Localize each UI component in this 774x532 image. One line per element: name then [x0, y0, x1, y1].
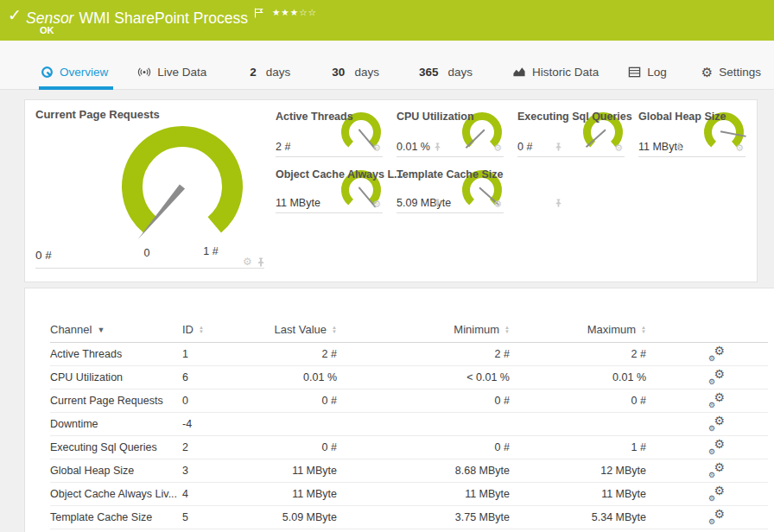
table-row: Current Page Requests 0 0 # 0 # 0 # ⚙⚙	[50, 390, 768, 413]
sort-icon: ▲▼	[504, 326, 510, 333]
gear-small-icon: ⚙	[708, 472, 715, 479]
cell-maximum: 1 #	[631, 441, 646, 453]
tab-label: Historic Data	[532, 66, 599, 79]
tab-30-days[interactable]: 30 days	[332, 54, 379, 89]
tab-historic-data[interactable]: Historic Data	[512, 54, 599, 89]
tab-label: days	[266, 66, 291, 79]
mini-gauge-value: 2 #	[276, 141, 290, 153]
gauge-settings-gear-icon[interactable]: ⚙	[493, 200, 502, 209]
cell-last-value: 0 #	[322, 395, 337, 407]
live-data-icon	[137, 66, 151, 79]
gear-big-icon: ⚙	[714, 368, 725, 380]
gauge-settings-gear-icon[interactable]: ⚙	[372, 200, 381, 209]
channel-settings-icon[interactable]: ⚙⚙	[708, 440, 725, 455]
cell-channel: Executing Sql Queries	[50, 441, 182, 453]
sensor-header: ✓ SensorWMI SharePoint Process★★★☆☆ OK	[0, 0, 774, 41]
prtg-sensor-page: ✓ SensorWMI SharePoint Process★★★☆☆ OK O…	[0, 0, 774, 532]
cell-channel: Current Page Requests	[50, 395, 182, 407]
gauge-pin-icon[interactable]	[676, 142, 683, 151]
tab-log[interactable]: Log	[628, 54, 667, 89]
cell-id: 6	[182, 371, 234, 383]
cell-maximum: 0.01 %	[612, 371, 646, 383]
gear-big-icon: ⚙	[714, 391, 725, 403]
mini-gauge-title: CPU Utilization	[397, 111, 474, 123]
gear-small-icon: ⚙	[708, 518, 715, 526]
flag-icon[interactable]	[254, 4, 263, 22]
gear-small-icon: ⚙	[708, 425, 715, 433]
column-header-last-value[interactable]: Last Value▲▼	[275, 323, 337, 336]
tab-settings[interactable]: ⚙ Settings	[701, 54, 761, 89]
tab-365-days[interactable]: 365 days	[419, 54, 473, 89]
cell-id: 3	[182, 465, 234, 477]
gear-small-icon: ⚙	[708, 448, 715, 456]
gauge-pin-icon[interactable]	[257, 257, 265, 267]
gauge-pin-icon[interactable]	[434, 199, 441, 207]
column-label: Last Value	[275, 323, 327, 336]
gauge-settings-gear-icon[interactable]: ⚙	[493, 143, 502, 153]
column-label: Maximum	[587, 323, 636, 336]
tab-label: days	[354, 66, 379, 79]
tab-2-days[interactable]: 2 days	[250, 54, 290, 89]
mini-gauge-cell: Template Cache Size 5.09 MByte ⚙	[397, 167, 504, 213]
mini-gauge-title: Active Threads	[276, 111, 353, 123]
mini-gauge-value: 5.09 MByte	[397, 197, 451, 209]
tab-number: 30	[332, 66, 345, 79]
cell-last-value: 11 MByte	[292, 488, 337, 500]
channel-settings-icon[interactable]: ⚙⚙	[708, 510, 725, 525]
column-header-maximum[interactable]: Maximum▲▼	[587, 323, 646, 336]
mini-gauge-value: 0.01 %	[397, 141, 430, 153]
gauge-pin-icon[interactable]	[555, 199, 562, 207]
gauge-pin-icon[interactable]	[434, 142, 441, 151]
gauge-pin-icon[interactable]	[555, 142, 562, 151]
channel-settings-icon[interactable]: ⚙⚙	[708, 487, 725, 502]
table-row: Object Cache Always Liv... 4 11 MByte 11…	[50, 483, 768, 506]
channel-settings-icon[interactable]: ⚙⚙	[708, 347, 725, 362]
gear-small-icon: ⚙	[708, 355, 715, 363]
gear-big-icon: ⚙	[714, 438, 725, 450]
column-header-minimum[interactable]: Minimum▲▼	[454, 323, 510, 336]
channel-settings-icon[interactable]: ⚙⚙	[708, 464, 725, 478]
channel-settings-icon[interactable]: ⚙⚙	[708, 370, 725, 385]
cell-channel: Global Heap Size	[50, 465, 182, 477]
mini-gauge-title: Global Heap Size	[638, 111, 726, 123]
tab-live-data[interactable]: Live Data	[137, 54, 206, 89]
column-header-channel[interactable]: Channel▼	[50, 323, 182, 336]
gauge-settings-gear-icon[interactable]: ⚙	[614, 143, 623, 153]
mini-gauge-title: Template Cache Size	[397, 168, 503, 180]
mini-gauge-cell: Global Heap Size 11 MByte ⚙	[638, 109, 745, 157]
tab-label: Settings	[719, 66, 761, 79]
mini-gauge-value: 11 MByte	[276, 197, 320, 209]
column-header-id[interactable]: ID▲▼	[182, 323, 234, 336]
gauge-settings-gear-icon[interactable]: ⚙	[243, 256, 252, 267]
gauge-settings-gear-icon[interactable]: ⚙	[735, 143, 744, 153]
gauge-icon	[41, 66, 54, 79]
tab-overview[interactable]: Overview	[41, 54, 108, 89]
table-row: Template Cache Size 5 5.09 MByte 3.75 MB…	[50, 506, 768, 529]
mini-gauge-cell: Object Cache Always L... 11 MByte ⚙	[276, 167, 383, 213]
channel-settings-icon[interactable]: ⚙⚙	[708, 394, 725, 408]
cell-maximum: 0 #	[631, 395, 646, 407]
content-area: Current Page Requests 0 1 # 0 # ⚙ Active…	[0, 90, 774, 532]
gear-small-icon: ⚙	[708, 495, 715, 503]
cell-minimum: 0 #	[495, 395, 510, 407]
historic-chart-icon	[512, 66, 526, 79]
gear-big-icon: ⚙	[714, 508, 725, 520]
stars-empty: ☆☆	[299, 7, 317, 17]
primary-gauge-scale-max: 1 #	[192, 245, 230, 257]
cell-id: 5	[182, 511, 234, 523]
stars-filled: ★★★	[272, 7, 299, 17]
tab-number: 2	[250, 66, 257, 79]
cell-maximum: 11 MByte	[601, 488, 646, 500]
mini-gauge-actions: ⚙	[735, 143, 744, 153]
mini-gauge-actions: ⚙	[493, 143, 502, 153]
cell-channel: Downtime	[50, 418, 182, 430]
status-badge: OK	[40, 25, 54, 35]
tab-number: 365	[419, 66, 439, 79]
channel-settings-icon[interactable]: ⚙⚙	[708, 417, 725, 432]
cell-channel: Object Cache Always Liv...	[50, 488, 182, 500]
column-label: Minimum	[454, 323, 499, 336]
gear-big-icon: ⚙	[714, 461, 725, 473]
priority-stars[interactable]: ★★★☆☆	[272, 7, 317, 17]
table-row: Downtime -4 ⚙⚙	[50, 413, 768, 436]
gauge-settings-gear-icon[interactable]: ⚙	[372, 143, 381, 153]
